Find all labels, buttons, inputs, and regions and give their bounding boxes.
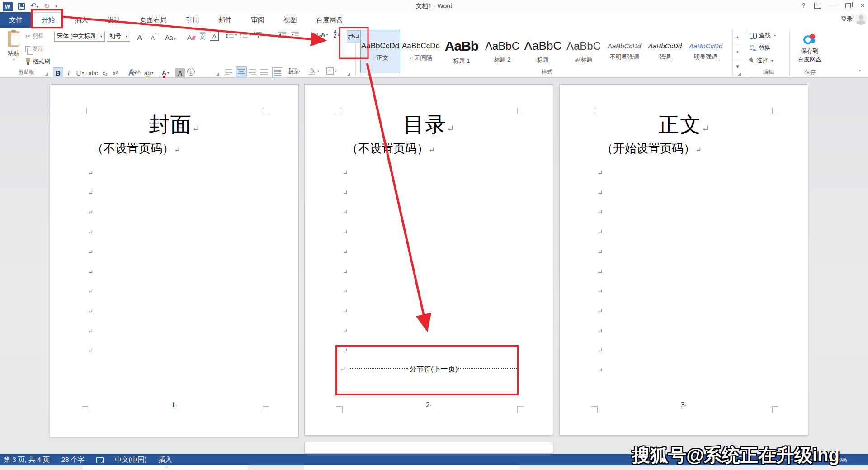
paragraph-dialog-launcher[interactable] [347,72,350,76]
asian-layout-button[interactable]: ⇆A▾ [316,31,328,38]
tab-插入[interactable]: 插入 [65,12,98,28]
pilcrow-mark: ↵ [342,327,348,335]
language-indicator[interactable]: 中文(中国) [115,456,147,464]
align-left-button[interactable] [225,68,233,75]
pilcrow-mark: ↵ [342,208,348,216]
character-shading-button[interactable]: A [175,68,185,78]
cut-button[interactable]: ✂ 剪切 [25,32,44,40]
paragraph-group-label: 段落 [267,68,321,76]
save-to-baidu-button[interactable]: 保存到 百度网盘 [792,31,827,73]
clipboard-dialog-launcher[interactable] [45,72,48,76]
style-标题 1[interactable]: AaBb标题 1 [442,30,481,73]
tab-开始[interactable]: 开始 [32,12,65,28]
watermark-text: 搜狐号@系统正在升级ing [632,443,840,468]
styles-dialog-launcher[interactable] [738,72,741,76]
style-不明显强调[interactable]: AaBbCcDd不明显强调 [604,30,644,73]
help-icon[interactable]: ? [802,1,805,10]
decrease-indent-button[interactable] [278,31,287,38]
avatar[interactable] [855,13,867,25]
show-hide-marks-button[interactable]: ⇄↵ [347,30,361,43]
section-break-line [458,368,519,370]
insert-mode-indicator[interactable]: 插入 [159,456,172,464]
style-标题 2[interactable]: AaBbC标题 2 [482,30,522,73]
collapse-ribbon-icon[interactable]: ⌃ [858,69,862,75]
style-正文[interactable]: AaBbCcDd↵正文 [360,30,400,73]
tab-页面布局[interactable]: 页面布局 [130,12,176,28]
pilcrow-mark: ↵ [88,307,94,315]
cut-icon: ✂ [25,33,31,40]
underline-button[interactable]: U▾ [74,67,86,78]
word-count[interactable]: 28 个字 [61,456,85,464]
restore-icon[interactable] [845,3,851,8]
align-center-button[interactable] [236,66,247,77]
title-bar: W ↶▾ ↻ ▾ 文档1 - Word ? — ✕ [0,0,868,12]
copy-button[interactable]: 复制 [25,45,44,53]
page-2[interactable]: 目录↵ （不设置页码）↵ ↵↵↵↵↵↵↵↵↵↵ ↵ 分节符(下一页) 2· [304,84,553,436]
tab-邮件[interactable]: 邮件 [209,12,241,28]
page-1[interactable]: 封面↵ （不设置页码）↵ ↵↵↵↵↵↵↵↵↵↵ 1· [50,84,299,437]
page-subtitle: （开始设置页码）↵ [601,141,701,157]
gallery-up-icon: ▲ [733,30,742,45]
pilcrow-mark: ↵ [88,287,94,295]
tab-视图[interactable]: 视图 [274,12,307,28]
tab-审阅[interactable]: 审阅 [241,12,274,28]
format-painter-button[interactable]: 格式刷 [25,57,50,66]
page-4-partial[interactable] [304,442,553,454]
grow-font-button[interactable]: A [135,31,146,42]
ribbon-display-options-icon[interactable] [814,3,821,9]
borders-button[interactable]: ▾ [326,67,337,75]
proofing-icon[interactable] [96,457,104,463]
tab-百度网盘[interactable]: 百度网盘 [307,12,353,28]
italic-button[interactable]: I [64,67,73,78]
page-indicator[interactable]: 第 3 页, 共 4 页 [4,456,50,464]
style-明显强调[interactable]: AaBbCcDd明显强调 [686,30,726,73]
select-button[interactable]: 选择▾ [750,57,773,65]
style-无间隔[interactable]: AaBbCcDd↵无间隔 [401,30,441,73]
minimize-icon[interactable]: — [830,1,836,10]
tab-引用[interactable]: 引用 [176,12,209,28]
bullets-button[interactable]: ▾ [226,31,237,38]
pilcrow-mark: ↵ [88,248,94,256]
paste-button[interactable]: 粘贴 ▾ [4,31,24,73]
phonetic-guide-button[interactable]: wén文 [198,31,207,40]
sort-button[interactable]: A Z ↓ [334,30,340,38]
pilcrow-mark: ↵ [597,307,603,315]
style-强调[interactable]: AaBbCcDd强调 [645,30,685,73]
change-case-button[interactable]: Aa▾ [163,31,178,42]
shrink-font-button[interactable]: A [148,31,159,42]
numbering-button[interactable]: 123▾ [240,31,251,38]
pilcrow-mark: ↵ [597,248,603,256]
editing-group-label: 编辑 [750,68,787,76]
character-border-button[interactable]: A [210,32,219,41]
find-button[interactable]: 查找▾ [750,31,776,39]
clear-formatting-button[interactable]: A [186,31,196,42]
pilcrow-mark: ↵ [88,327,94,335]
pilcrow-mark: ↵ [342,307,348,315]
decrease-indent-icon [278,31,287,38]
align-left-icon [225,68,233,75]
pilcrow-mark: ↵ [88,169,94,177]
ribbon-tab-row: 文件 开始插入设计页面布局引用邮件审阅视图百度网盘 [0,12,868,28]
style-副标题[interactable]: AaBbC副标题 [564,30,604,73]
font-name-combo[interactable]: 宋体 (中文标题 ▾ [54,31,105,42]
style-gallery-scrollbar[interactable]: ▲▼▼— [732,30,742,75]
close-icon[interactable]: ✕ [860,1,865,10]
bold-button[interactable]: B [53,67,63,78]
multilevel-list-button[interactable]: ▾ [254,31,265,38]
align-right-button[interactable] [249,68,256,75]
select-cursor-icon [748,57,755,64]
sign-in-link[interactable]: 登录 [841,15,853,23]
format-painter-icon [25,58,31,65]
strikethrough-button[interactable]: abc [87,67,99,78]
increase-indent-button[interactable] [291,31,299,38]
enclose-characters-button[interactable]: 字 [187,68,195,76]
document-area[interactable]: 封面↵ （不设置页码）↵ ↵↵↵↵↵↵↵↵↵↵ 1· 目录↵ （不设置页码）↵ … [0,78,868,454]
style-标题[interactable]: AaBbC标题 [523,30,563,73]
font-size-combo[interactable]: 初号 ▾ [107,31,130,42]
tab-file[interactable]: 文件 [0,12,32,28]
page-3[interactable]: 正文↵ （开始设置页码）↵ ↵↵↵↵↵↵↵↵↵↵↵ 3· [559,84,808,436]
font-dialog-launcher[interactable] [216,72,219,76]
replace-button[interactable]: ab↪ac 替换 [750,44,770,52]
tab-设计[interactable]: 设计 [98,12,130,28]
paste-icon [8,31,19,47]
